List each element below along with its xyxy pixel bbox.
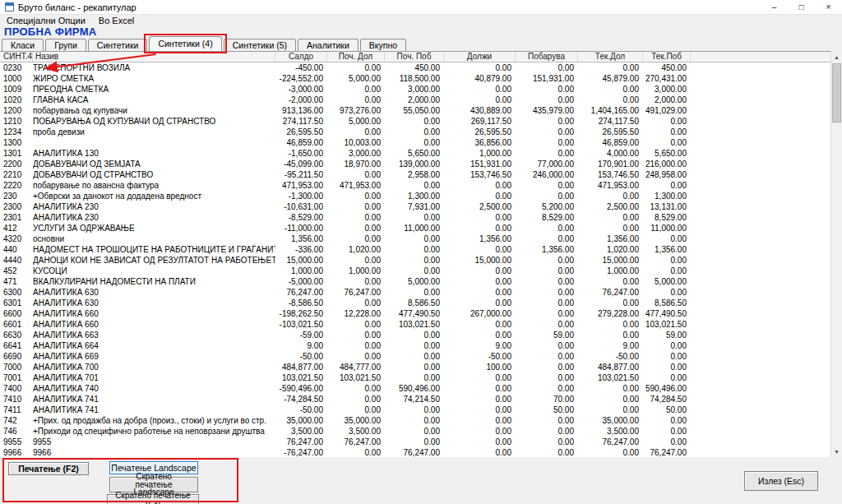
row-value: 1,000.00 (327, 266, 385, 276)
column-header[interactable]: Должи (444, 52, 516, 62)
row-value: 103,021.50 (578, 372, 643, 383)
table-row[interactable]: 1009ПРЕОДНА СМЕТКА-3,000.000.003,000.000… (0, 84, 830, 95)
row-value: 76,247.00 (327, 287, 385, 298)
table-row[interactable]: 7410АНАЛИТИКА 741-74,284.500.0074,214.50… (0, 394, 830, 405)
table-row[interactable]: 99669966-76,247.000.0076,247.000.000.000… (0, 447, 830, 457)
table-row[interactable]: 471ВКАЛКУЛИРАНИ НАДОМЕСТИ НА ПЛАТИ-5,000… (0, 276, 830, 287)
table-row[interactable]: 742+Прих. од продажба на добра (произ., … (0, 415, 830, 426)
row-code: 0230 (0, 62, 33, 73)
row-name: побарување по авансна фактура (33, 180, 275, 191)
table-body: 0230ТРАНСПОРТНИ ВОЗИЛА-450.000.00450.000… (0, 62, 830, 457)
table-row[interactable]: 412УСЛУГИ ЗА ОДРЖАВАЊЕ-11,000.000.0011,0… (0, 223, 830, 234)
row-value: 0.00 (578, 223, 643, 234)
menu-to-excel[interactable]: Во Excel (92, 16, 141, 25)
row-value: 270,431.00 (643, 73, 691, 84)
table-row[interactable]: 230+Обврски за данокот на додадена вредн… (0, 191, 830, 201)
window-controls: – □ × (761, 0, 842, 14)
tab-7[interactable]: Вкупно (360, 39, 406, 51)
tab-3[interactable]: Синтетики (88, 39, 148, 51)
table-row[interactable]: 6690АНАЛИТИКА 669-50.000.000.00-50.000.0… (0, 351, 830, 362)
table-row[interactable]: 1200побарувања од купувачи913,136.00973,… (0, 105, 830, 116)
row-value: 0.00 (516, 116, 578, 127)
row-value: 0.00 (327, 405, 385, 415)
table-row[interactable]: 6601АНАЛИТИКА 660-103,021.500.00103,021.… (0, 319, 830, 330)
tab-4[interactable]: Синтетики (4) (149, 36, 221, 51)
table-row[interactable]: 6641АНАЛИТИКА 6649.000.000.009.000.009.0… (0, 340, 830, 351)
table-row[interactable]: 0230ТРАНСПОРТНИ ВОЗИЛА-450.000.00450.000… (0, 62, 830, 73)
row-value: 103,021.50 (327, 372, 385, 383)
menu-special-options[interactable]: Специјални Опции (0, 16, 92, 25)
column-header[interactable]: Поч. Поб (385, 52, 444, 62)
column-header[interactable]: Поч. Дол (327, 52, 385, 62)
row-name: АНАЛИТИКА 741 (33, 405, 275, 415)
column-header[interactable]: Тек.Дол (578, 52, 643, 62)
row-value: -50.00 (275, 405, 327, 415)
vertical-scrollbar[interactable]: ▲ ▼ (830, 51, 842, 457)
row-value: 0.00 (578, 330, 643, 340)
table-row[interactable]: 6630АНАЛИТИКА 663-59.000.000.000.0059.00… (0, 330, 830, 340)
table-row[interactable]: 6301АНАЛИТИКА 630-8,586.500.008,586.500.… (0, 298, 830, 308)
row-code: 1210 (0, 116, 33, 127)
table-row[interactable]: 1020ГЛАВНА КАСА-2,000.000.002,000.000.00… (0, 95, 830, 105)
column-header[interactable]: СИНТ.4 (0, 52, 33, 62)
tab-1[interactable]: Класи (2, 39, 44, 51)
scroll-up-icon[interactable]: ▲ (831, 51, 842, 62)
scroll-down-icon[interactable]: ▼ (831, 446, 842, 457)
row-value: 0.00 (385, 127, 444, 137)
short-print-f3-button[interactable]: Скратено печатење (F3) (107, 494, 199, 504)
row-value: 471,953.00 (275, 180, 327, 191)
table-row[interactable]: 130046,859.0010,003.000.0036,856.000.004… (0, 137, 830, 148)
row-value: 55,050.00 (385, 105, 444, 116)
tab-2[interactable]: Групи (45, 39, 86, 51)
table-row[interactable]: 1234проба девизи26,595.500.000.0026,595.… (0, 127, 830, 137)
row-value: 0.00 (578, 447, 643, 457)
table-row[interactable]: 1210ПОБАРУВАЊА ОД КУПУВАЧИ ОД СТРАНСТВО2… (0, 116, 830, 127)
row-code: 746 (0, 426, 33, 437)
tab-6[interactable]: Аналитики (298, 39, 359, 51)
row-value: 59.00 (516, 330, 578, 340)
table-row[interactable]: 746+Приходи од специфично работење на не… (0, 426, 830, 437)
row-name: НАДОМЕСТ НА ТРОШОЦИТЕ НА РАБОТНИЦИТЕ И Г… (33, 244, 275, 255)
table-row[interactable]: 440НАДОМЕСТ НА ТРОШОЦИТЕ НА РАБОТНИЦИТЕ … (0, 244, 830, 255)
table-row[interactable]: 6300АНАЛИТИКА 63076,247.0076,247.000.000… (0, 287, 830, 298)
tab-5[interactable]: Синтетики (5) (224, 39, 296, 51)
table-row[interactable]: 2210ДОБАВУВАЧИ ОД СТРАНСТВО-95,211.500.0… (0, 169, 830, 180)
table-row[interactable]: 6600АНАЛИТИКА 660-198,262.5012,228.00477… (0, 308, 830, 319)
row-name: 9966 (33, 447, 275, 457)
table-row[interactable]: 4320основни1,356.000.000.001,356.000.001… (0, 234, 830, 244)
scrollbar-thumb[interactable] (832, 63, 841, 123)
table-row[interactable]: 7400АНАЛИТИКА 740-590,496.000.00590,496.… (0, 383, 830, 394)
row-value: 0.00 (516, 148, 578, 159)
table-row[interactable]: 2300АНАЛИТИКА 230-10,631.000.007,931.002… (0, 201, 830, 212)
table-row[interactable]: 1000ЖИРО СМЕТКА-224,552.005,000.00118,50… (0, 73, 830, 84)
table-row[interactable]: 7411АНАЛИТИКА 741-50.000.000.000.0050.00… (0, 405, 830, 415)
table-row[interactable]: 2301АНАЛИТИКА 230-8,529.000.000.000.008,… (0, 212, 830, 223)
row-value: 0.00 (327, 276, 385, 287)
table-row[interactable]: 452КУСОЦИ1,000.001,000.000.000.000.001,0… (0, 266, 830, 276)
exit-button[interactable]: Излез (Esc) (744, 471, 818, 491)
table-row[interactable]: 7001АНАЛИТИКА 701103,021.50103,021.500.0… (0, 372, 830, 383)
row-value: -10,631.00 (275, 201, 327, 212)
table-row[interactable]: 7000АНАЛИТИКА 700484,877.00484,777.000.0… (0, 362, 830, 372)
row-value: 50.00 (643, 405, 691, 415)
row-value: 0.00 (643, 415, 691, 426)
row-code: 7410 (0, 394, 33, 405)
maximize-icon[interactable]: □ (788, 0, 815, 14)
table-row[interactable]: 2200ДОБАВУВАЧИ ОД ЗЕМЈАТА-45,099.0018,97… (0, 159, 830, 169)
row-value: 3,500.00 (327, 426, 385, 437)
table-row[interactable]: 9955995576,247.0076,247.000.000.000.0076… (0, 437, 830, 447)
table-row[interactable]: 1301АНАЛИТИКА 130-1,650.003,000.005,650.… (0, 148, 830, 159)
table-row[interactable]: 4440ДАНОЦИ КОИ НЕ ЗАВИСАТ ОД РЕЗУЛТАТОТ … (0, 255, 830, 266)
row-value: 973,276.00 (327, 105, 385, 116)
column-header[interactable]: Назив (33, 52, 275, 62)
minimize-icon[interactable]: – (761, 0, 788, 14)
column-header[interactable]: Побарува (516, 52, 578, 62)
print-f2-button[interactable]: Печатење (F2) (8, 462, 89, 475)
column-header[interactable]: Салдо (275, 52, 327, 62)
row-value: 76,247.00 (578, 437, 643, 447)
close-icon[interactable]: × (815, 0, 842, 14)
column-header[interactable]: Тек.Поб (643, 52, 691, 62)
row-value: 0.00 (578, 383, 643, 394)
row-value: 274,117.50 (275, 116, 327, 127)
table-row[interactable]: 2220побарување по авансна фактура471,953… (0, 180, 830, 191)
